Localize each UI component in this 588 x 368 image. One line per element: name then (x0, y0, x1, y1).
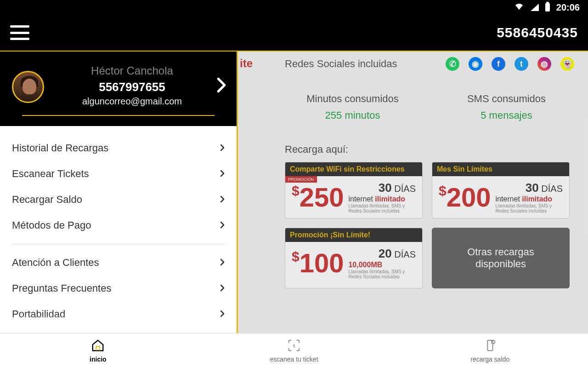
menu-label: Escanear Tickets (12, 168, 89, 180)
menu-button[interactable] (10, 25, 29, 40)
card-price: $100 (292, 250, 344, 276)
social-row: Redes Sociales incluidas ✆ ◉ f t ◍ 👻 (285, 57, 574, 71)
more-recharges-button[interactable]: Otras recargas disponibles (432, 228, 570, 288)
chevron-right-icon (220, 219, 225, 231)
chevron-right-icon (220, 194, 225, 206)
card-fineprint: Llamadas ilimitadas, SMS y Redes Sociale… (495, 203, 563, 213)
card-title: Promoción ¡Sin Límite! (285, 228, 422, 242)
menu-label: Historial de Recargas (12, 142, 108, 154)
home-icon (91, 339, 105, 354)
recharge-card[interactable]: Comparte WiFi sin Restricciones PROMOCIÓ… (285, 162, 423, 218)
menu-item-historial[interactable]: Historial de Recargas (12, 135, 225, 161)
menu-item-escanear[interactable]: Escanear Tickets (12, 161, 225, 187)
svg-text:$: $ (293, 344, 295, 348)
profile-phone: 5567997655 (39, 80, 226, 94)
tab-recarga[interactable]: recarga saldo (392, 334, 588, 368)
card-data: 10,000MB (348, 261, 416, 269)
app-bar: 5586450435 (0, 15, 588, 52)
profile-email: alguncorreo@gmail.com (39, 96, 226, 107)
card-days: 30 DÍAS (348, 181, 416, 195)
menu-label: Métodos de Pago (12, 219, 91, 231)
card-days: 20 DÍAS (348, 247, 416, 261)
profile-name: Héctor Canchola (39, 64, 226, 77)
menu-item-portabilidad[interactable]: Portabilidad (12, 301, 225, 327)
menu-item-atencion[interactable]: Atención a Clientes (12, 250, 225, 276)
menu-item-recargar[interactable]: Recargar Saldo (12, 187, 225, 213)
phone-recharge-icon (483, 339, 497, 354)
sms-label: SMS consumidos (439, 93, 574, 105)
menu-group-2: Atención a Clientes Preguntas Frecuentes… (0, 250, 237, 327)
sms-col: SMS consumidos 5 mensajes (439, 93, 574, 121)
consumption-row: Minutos consumidos 255 minutos SMS consu… (285, 93, 574, 121)
card-price: $250 (292, 184, 344, 211)
menu-label: Portabilidad (12, 308, 65, 320)
divider (12, 244, 225, 244)
scan-ticket-icon: $ (287, 339, 301, 354)
chevron-right-icon (220, 257, 225, 269)
twitter-icon: t (514, 57, 528, 71)
card-fineprint: Llamadas ilimitadas, SMS y Redes Sociale… (348, 269, 416, 279)
tab-inicio[interactable]: inicio (0, 334, 196, 368)
recharge-card[interactable]: Mes Sin Límites $200 30 DÍAS internet il… (432, 162, 570, 218)
tab-escanea[interactable]: $ escanea tu ticket (196, 334, 392, 368)
menu-label: Atención a Clientes (12, 257, 99, 269)
menu-label: Recargar Saldo (12, 194, 82, 206)
peek-text: ite (240, 57, 253, 70)
tab-label: inicio (90, 356, 107, 363)
sms-value: 5 mensajes (439, 109, 574, 121)
social-label: Redes Sociales incluidas (285, 58, 397, 70)
divider (12, 333, 225, 333)
chevron-right-icon (220, 308, 225, 320)
svg-rect-1 (487, 340, 492, 351)
minutes-label: Minutos consumidos (285, 93, 420, 105)
card-title: Mes Sin Límites (432, 162, 569, 176)
avatar (12, 71, 44, 103)
snapchat-icon: 👻 (560, 57, 574, 71)
menu-item-faq[interactable]: Preguntas Frecuentes (12, 276, 225, 301)
card-data: internet ilimitado (348, 195, 416, 203)
wifi-icon (514, 2, 524, 13)
tab-label: escanea tu ticket (270, 356, 318, 363)
card-price: $200 (439, 184, 491, 211)
bottom-nav: inicio $ escanea tu ticket recarga saldo (0, 333, 588, 368)
navigation-drawer: Héctor Canchola 5567997655 alguncorreo@g… (0, 52, 238, 333)
card-days: 30 DÍAS (495, 181, 563, 195)
recharge-cards: Comparte WiFi sin Restricciones PROMOCIÓ… (285, 162, 574, 288)
account-phone: 5586450435 (497, 25, 578, 40)
minutes-col: Minutos consumidos 255 minutos (285, 93, 420, 121)
cell-signal-icon (531, 4, 539, 11)
instagram-icon: ◍ (537, 57, 551, 71)
battery-icon (545, 3, 550, 12)
clock: 20:06 (556, 2, 580, 13)
card-fineprint: Llamadas ilimitadas, SMS y Redes Sociale… (348, 203, 416, 213)
menu-item-metodos-pago[interactable]: Métodos de Pago (12, 213, 225, 238)
menu-group-1: Historial de Recargas Escanear Tickets R… (0, 135, 237, 238)
chevron-right-icon (220, 282, 225, 294)
promo-tag: PROMOCIÓN (285, 176, 317, 183)
chevron-right-icon (216, 77, 226, 95)
status-bar: 20:06 (0, 0, 588, 15)
tab-label: recarga saldo (470, 356, 509, 363)
recharge-here-label: Recarga aquí: (285, 144, 348, 155)
card-title: Comparte WiFi sin Restricciones (285, 162, 422, 176)
card-data: internet ilimitado (495, 195, 563, 203)
drawer-profile[interactable]: Héctor Canchola 5567997655 alguncorreo@g… (0, 52, 237, 126)
messenger-icon: ◉ (469, 57, 482, 71)
facebook-icon: f (492, 57, 505, 71)
recharge-card[interactable]: Promoción ¡Sin Límite! $100 20 DÍAS 10,0… (285, 228, 423, 288)
chevron-right-icon (220, 142, 225, 154)
menu-label: Preguntas Frecuentes (12, 282, 111, 294)
minutes-value: 255 minutos (285, 109, 420, 121)
whatsapp-icon: ✆ (446, 57, 459, 71)
chevron-right-icon (220, 168, 225, 180)
